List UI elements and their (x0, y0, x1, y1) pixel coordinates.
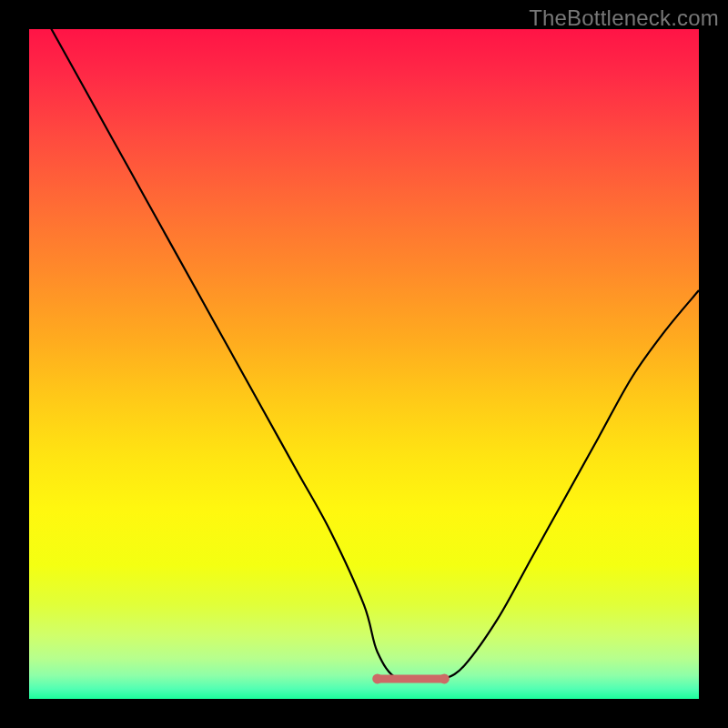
chart-frame: TheBottleneck.com (0, 0, 728, 728)
optimal-start-dot (372, 673, 382, 683)
optimal-end-dot (440, 673, 450, 683)
watermark-text: TheBottleneck.com (529, 5, 719, 31)
plot-area (29, 29, 699, 699)
bottleneck-curve (29, 29, 699, 699)
curve-path (29, 29, 699, 681)
